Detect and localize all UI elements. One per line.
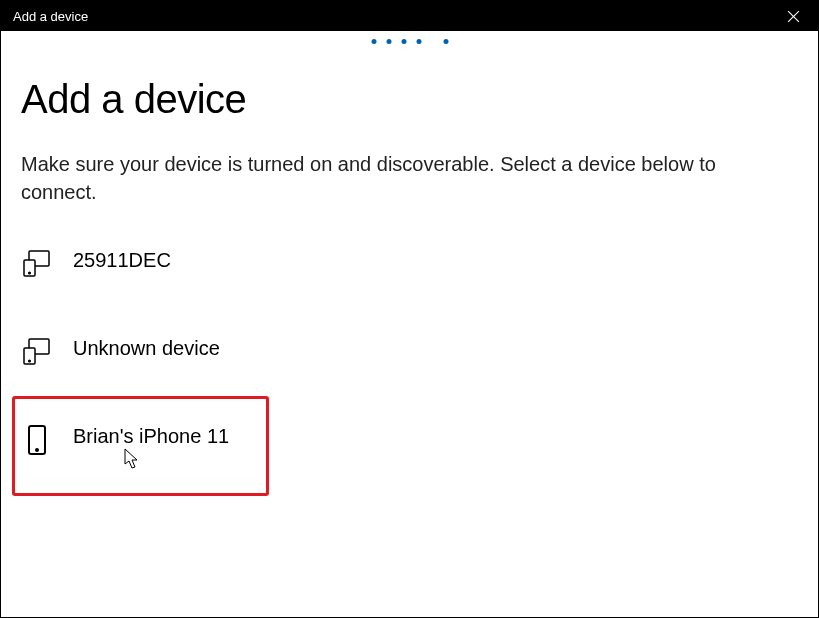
titlebar: Add a device <box>1 1 818 31</box>
device-label: Brian's iPhone 11 <box>73 424 229 448</box>
device-label: 25911DEC <box>73 248 171 272</box>
phone-icon <box>21 424 53 456</box>
device-list: 25911DEC Unknown device Brian's iPhone 1… <box>21 244 798 460</box>
display-icon <box>21 336 53 368</box>
device-item[interactable]: Brian's iPhone 11 <box>21 420 798 460</box>
svg-point-2 <box>29 272 31 274</box>
progress-indicator <box>371 39 448 44</box>
close-button[interactable] <box>778 1 808 31</box>
page-title: Add a device <box>21 77 798 122</box>
device-item[interactable]: Unknown device <box>21 332 798 372</box>
svg-point-7 <box>36 449 38 451</box>
dialog-content: Add a device Make sure your device is tu… <box>1 31 818 480</box>
device-label: Unknown device <box>73 336 220 360</box>
close-icon <box>787 10 800 23</box>
page-subtitle: Make sure your device is turned on and d… <box>21 150 761 206</box>
display-icon <box>21 248 53 280</box>
device-item[interactable]: 25911DEC <box>21 244 798 284</box>
titlebar-title: Add a device <box>13 9 88 24</box>
svg-point-5 <box>29 360 31 362</box>
